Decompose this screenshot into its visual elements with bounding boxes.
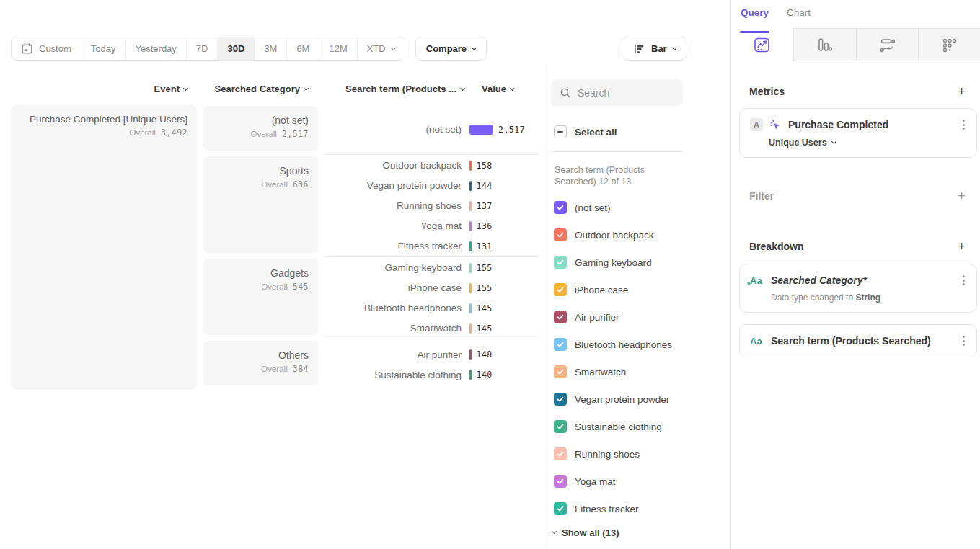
event-overall: Overall3,492	[20, 128, 187, 138]
value-bar[interactable]	[469, 263, 472, 273]
date-range-3m[interactable]: 3M	[255, 37, 287, 60]
select-all-checkbox[interactable]	[554, 125, 567, 138]
legend-checkbox[interactable]	[554, 447, 567, 460]
legend-checkbox[interactable]	[554, 228, 567, 241]
breakdown-card-search-term[interactable]: Aa Search term (Products Searched)	[739, 324, 977, 357]
table-row[interactable]: (not set) 2,517	[325, 120, 538, 140]
value-bar[interactable]	[469, 201, 472, 211]
category-cell[interactable]: Sports Overall636	[203, 156, 318, 253]
legend-item[interactable]: Gaming keyboard	[554, 249, 672, 276]
category-cell[interactable]: Gadgets Overall545	[203, 259, 318, 335]
table-row[interactable]: iPhone case 155	[325, 278, 538, 298]
value-bar[interactable]	[469, 161, 472, 171]
table-row[interactable]: Outdoor backpack 158	[325, 156, 538, 176]
date-range-7d[interactable]: 7D	[187, 37, 218, 60]
date-range-segmented-control: Custom Today Yesterday 7D 30D 3M 6M 12M …	[11, 37, 405, 61]
date-range-yesterday[interactable]: Yesterday	[126, 37, 187, 60]
table-row[interactable]: Smartwatch 145	[325, 318, 538, 339]
legend-checkbox[interactable]	[554, 475, 567, 488]
legend-item[interactable]: (not set)	[554, 194, 672, 221]
legend-item-label: (not set)	[575, 202, 611, 213]
legend-checkbox[interactable]	[554, 338, 567, 351]
value-bar[interactable]	[469, 221, 472, 231]
breakdown-menu-button[interactable]	[961, 334, 966, 347]
legend-checkbox[interactable]	[554, 201, 567, 214]
show-all-link[interactable]: Show all (13)	[552, 527, 619, 538]
legend-checkbox[interactable]	[554, 283, 567, 296]
metric-menu-button[interactable]	[961, 118, 966, 131]
value-bar[interactable]	[469, 241, 472, 251]
chevron-down-icon	[391, 45, 396, 50]
category-name: Gadgets	[213, 267, 309, 279]
metric-aggregation[interactable]: Unique Users	[769, 138, 966, 148]
table-row[interactable]: Sustainable clothing 140	[325, 365, 538, 385]
date-range-xtd[interactable]: XTD	[358, 37, 405, 60]
table-row[interactable]: Fitness tracker 131	[325, 236, 538, 256]
select-all-row[interactable]: Select all	[554, 125, 617, 138]
legend-search[interactable]	[551, 79, 683, 106]
category-cell[interactable]: Others Overall384	[203, 341, 318, 385]
legend-item[interactable]: Smartwatch	[554, 358, 672, 385]
legend-item[interactable]: Air purifier	[554, 303, 672, 331]
search-input[interactable]	[578, 87, 674, 99]
term-label: Gaming keyboard	[325, 262, 462, 273]
tab-query[interactable]: Query	[741, 7, 769, 28]
column-header-event[interactable]: Event	[0, 84, 197, 94]
breakdown-card-searched-category[interactable]: Aa* Searched Category* Data type changed…	[739, 264, 977, 313]
date-range-6m[interactable]: 6M	[287, 37, 319, 60]
value-bar[interactable]	[469, 303, 472, 313]
value-cell: 144	[469, 181, 493, 191]
tab-chart[interactable]: Chart	[787, 7, 811, 28]
legend-item[interactable]: iPhone case	[554, 276, 672, 303]
legend-item[interactable]: Yoga mat	[554, 468, 672, 495]
legend-checkbox[interactable]	[554, 365, 567, 378]
legend-item[interactable]: Vegan protein powder	[554, 385, 672, 413]
compare-button[interactable]: Compare	[415, 37, 487, 61]
value-bar[interactable]	[469, 125, 493, 135]
legend-item[interactable]: Running shoes	[554, 440, 672, 468]
metric-card[interactable]: A Purchase Completed Unique Users	[739, 108, 977, 158]
breakdown-menu-button[interactable]	[961, 274, 966, 287]
table-row[interactable]: Bluetooth headphones 145	[325, 298, 538, 318]
legend-checkbox[interactable]	[554, 311, 567, 323]
value-bar[interactable]	[469, 370, 472, 380]
date-range-today[interactable]: Today	[81, 37, 126, 60]
add-metric-button[interactable]: +	[958, 86, 966, 97]
legend-item[interactable]: Fitness tracker	[554, 495, 672, 522]
legend-checkbox[interactable]	[554, 256, 567, 269]
legend-item[interactable]: Sustainable clothing	[554, 413, 672, 440]
legend-checkbox[interactable]	[554, 502, 567, 515]
column-header-search-term[interactable]: Search term (Products ...	[318, 84, 467, 94]
legend-items: (not set) Outdoor backpack Gaming keyboa…	[554, 194, 672, 522]
tab-retention[interactable]	[918, 28, 980, 61]
value-bar[interactable]	[469, 349, 472, 360]
date-range-30d[interactable]: 30D	[218, 37, 255, 60]
value-cell: 158	[469, 161, 493, 171]
date-range-12m[interactable]: 12M	[319, 37, 357, 60]
add-filter-button[interactable]: +	[958, 191, 966, 201]
column-header-value[interactable]: Value	[467, 84, 514, 94]
tab-flows[interactable]	[856, 28, 918, 61]
table-row[interactable]: Air purifier 148	[325, 344, 538, 365]
value-bar[interactable]	[469, 283, 472, 293]
term-label: iPhone case	[325, 282, 462, 293]
legend-item[interactable]: Outdoor backpack	[554, 221, 672, 249]
tab-funnels[interactable]	[793, 28, 855, 61]
legend-item-label: Smartwatch	[575, 367, 626, 378]
legend-checkbox[interactable]	[554, 393, 567, 406]
category-overall: Overall2,517	[213, 129, 309, 139]
category-cell[interactable]: (not set) Overall2,517	[203, 106, 318, 151]
value-bar[interactable]	[469, 323, 472, 334]
column-header-searched-category[interactable]: Searched Category	[197, 84, 318, 94]
table-row[interactable]: Gaming keyboard 155	[325, 258, 538, 278]
date-range-custom[interactable]: Custom	[12, 37, 81, 60]
event-cell[interactable]: Purchase Completed [Unique Users] Overal…	[11, 105, 197, 390]
table-row[interactable]: Yoga mat 136	[325, 216, 538, 236]
legend-item[interactable]: Bluetooth headphones	[554, 331, 672, 358]
filter-header: Filter +	[749, 190, 966, 202]
legend-checkbox[interactable]	[554, 420, 567, 433]
value-bar[interactable]	[469, 181, 472, 191]
table-row[interactable]: Running shoes 137	[325, 196, 538, 216]
table-row[interactable]: Vegan protein powder 144	[325, 176, 538, 196]
add-breakdown-button[interactable]: +	[958, 241, 966, 251]
